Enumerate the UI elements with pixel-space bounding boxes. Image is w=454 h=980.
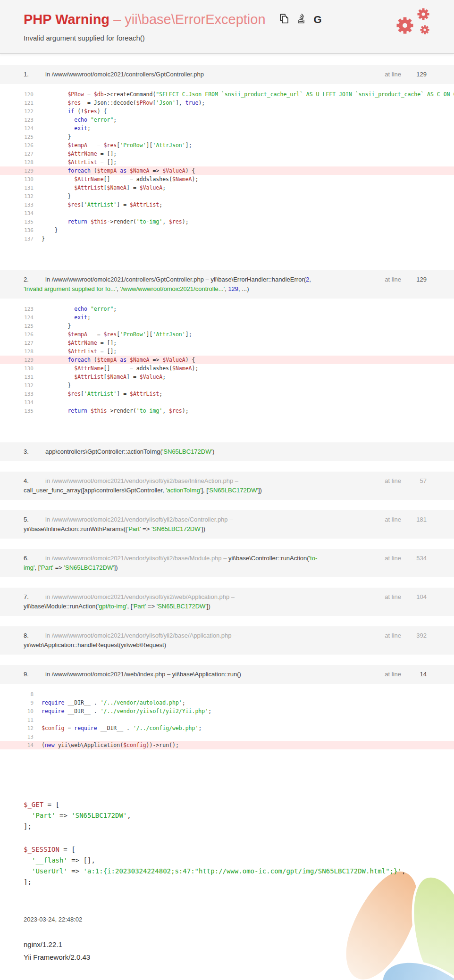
code-line: 131 $AttrList[$NameA] = $ValueA; [0,183,454,192]
code-line: 128 $AttrList = []; [0,347,454,356]
code-line: 125 } [0,322,454,330]
frame-index: 3. [24,447,45,457]
frame-location: in /www/wwwroot/omoic2021/vendor/yiisoft… [24,516,233,532]
at-line-indicator: at line534 [385,554,427,563]
stackoverflow-search-button[interactable] [297,14,305,25]
frame-location: in /www/wwwroot/omoic2021/vendor/yiisoft… [24,632,236,648]
frame-index: 6. [24,554,45,563]
frame-location: app\controllers\GptController::actionToI… [45,448,214,455]
code-line: 125 } [0,133,454,141]
code-line: 124 exit; [0,124,454,133]
at-line-indicator: at line392 [385,631,427,640]
page-footer: 2023-03-24, 22:48:02 nginx/1.22.1 Yii Fr… [24,916,90,963]
stack-frame-2: 2.in /www/wwwroot/omoic2021/controllers/… [0,270,454,422]
frame-header[interactable]: 9.in /www/wwwroot/omoic2021/web/index.ph… [0,665,454,684]
stackoverflow-icon [297,14,305,25]
frame-header: 6.in /www/wwwroot/omoic2021/vendor/yiiso… [0,549,454,577]
frame-header: 5.in /www/wwwroot/omoic2021/vendor/yiiso… [0,510,454,539]
frame-location: in /www/wwwroot/omoic2021/vendor/yiisoft… [24,593,235,610]
code-line: 132 } [0,381,454,390]
code-line: 121 $res = Json::decode($PRow['Json'], t… [0,99,454,107]
code-line: 127 $AttrName = []; [0,149,454,158]
call-stack: 1.in /www/wwwroot/omoic2021/controllers/… [0,54,454,756]
server-version: nginx/1.22.1 [24,938,90,951]
code-line: 120 $PRow = $db->createCommand("SELECT C… [0,90,454,99]
copy-stacktrace-button[interactable] [280,14,289,25]
code-line: 134 [0,209,454,217]
petal-blue [368,945,454,980]
dump-line: 'Part' => 'SN65LBC172DW', [24,810,430,821]
code-snippet: 120 $PRow = $db->createCommand("SELECT C… [0,84,454,249]
stack-frame-6: 6.in /www/wwwroot/omoic2021/vendor/yiiso… [0,549,454,577]
google-icon: G [314,15,322,25]
dump-line: '__flash' => [], [24,855,430,866]
frame-index: 9. [24,670,45,679]
dump-line: $_SESSION = [ [24,844,430,855]
frame-header: 7.in /www/wwwroot/omoic2021/vendor/yiiso… [0,588,454,616]
framework-version: Yii Framework/2.0.43 [24,951,90,963]
frame-index: 8. [24,631,45,640]
exception-class-label: – yii\base\ErrorException [113,12,265,27]
code-line: 135 return $this->render('to-img', $res)… [0,407,454,415]
code-line: 127 $AttrName = []; [0,339,454,347]
code-line: 123 echo "error"; [0,305,454,313]
code-line: 136 } [0,226,454,234]
frame-index: 7. [24,592,45,602]
error-message: Invalid argument supplied for foreach() [24,34,430,42]
code-line: 124 exit; [0,313,454,322]
timestamp: 2023-03-24, 22:48:02 [24,916,90,923]
frame-header[interactable]: 1.in /www/wwwroot/omoic2021/controllers/… [0,65,454,84]
frame-location: in /www/wwwroot/omoic2021/vendor/yiisoft… [24,477,262,494]
superglobal-dump: $_SESSION = ['__flash' => [],'UserUrl' =… [24,844,430,888]
code-line: 134 [0,398,454,407]
code-line: 13 [0,732,454,741]
error-line: 14(new yii\web\Application($config))->ru… [0,741,454,749]
code-line: 130 $AttrName[] = addslashes($NameA); [0,364,454,373]
frame-index: 2. [24,275,45,284]
frame-location: in /www/wwwroot/omoic2021/controllers/Gp… [45,71,204,78]
code-line: 133 $res['AttrList'] = $AttrList; [0,200,454,209]
error-line: 129 foreach ($tempA as $NameA => $ValueA… [0,166,454,175]
frame-index: 4. [24,476,45,486]
at-line-indicator: at line57 [385,476,427,486]
code-line: 10require __DIR__ . '/../vendor/yiisoft/… [0,707,454,715]
dump-line: 'UserUrl' => 'a:1:{i:20230324224802;s:47… [24,866,430,877]
code-line: 132 } [0,192,454,200]
header-actions: G [280,14,322,25]
error-line: 129 foreach ($tempA as $NameA => $ValueA… [0,356,454,364]
frame-header: 8.in /www/wwwroot/omoic2021/vendor/yiiso… [0,626,454,655]
stack-frame-3: 3.app\controllers\GptController::actionT… [0,442,454,461]
frame-location: in /www/wwwroot/omoic2021/web/index.php … [45,671,241,678]
code-line: 11 [0,715,454,724]
superglobal-dump: $_GET = ['Part' => 'SN65LBC172DW',]; [24,799,430,832]
error-header: PHP Warning – yii\base\ErrorException [0,0,454,54]
at-line-indicator: at line104 [385,592,427,602]
code-line: 122 if (!$res) { [0,107,454,116]
copy-icon [280,14,289,25]
frame-index: 1. [24,70,45,79]
frame-header[interactable]: 2.in /www/wwwroot/omoic2021/controllers/… [0,270,454,299]
at-line-indicator: at line14 [385,670,427,679]
yii-error-page: PHP Warning – yii\base\ErrorException [0,0,454,888]
stack-frame-9: 9.in /www/wwwroot/omoic2021/web/index.ph… [0,665,454,756]
stack-frame-4: 4.in /www/wwwroot/omoic2021/vendor/yiiso… [0,472,454,500]
code-line: 130 $AttrName[] = addslashes($NameA); [0,175,454,183]
code-line: 131 $AttrList[$NameA] = $ValueA; [0,373,454,381]
code-line: 126 $tempA = $res['ProRow']['AttrJson']; [0,330,454,339]
code-line: 126 $tempA = $res['ProRow']['AttrJson']; [0,141,454,149]
frame-header: 3.app\controllers\GptController::actionT… [0,442,454,461]
frame-location: in /www/wwwroot/omoic2021/controllers/Gp… [24,276,311,292]
code-line: 8 [0,690,454,698]
code-line: 9require __DIR__ . '/../vendor/autoload.… [0,698,454,707]
dump-line: ]; [24,877,430,888]
google-search-button[interactable]: G [314,15,322,25]
code-snippet: 89require __DIR__ . '/../vendor/autoload… [0,684,454,756]
stack-frame-5: 5.in /www/wwwroot/omoic2021/vendor/yiiso… [0,510,454,539]
stack-frame-8: 8.in /www/wwwroot/omoic2021/vendor/yiiso… [0,626,454,655]
page-title: PHP Warning – yii\base\ErrorException [24,12,266,27]
dump-line: ]; [24,821,430,832]
at-line-indicator: at line181 [385,515,427,524]
frame-header: 4.in /www/wwwroot/omoic2021/vendor/yiiso… [0,472,454,500]
at-line-indicator: at line129 [385,275,427,284]
request-section: $_GET = ['Part' => 'SN65LBC172DW',];$_SE… [0,777,454,888]
